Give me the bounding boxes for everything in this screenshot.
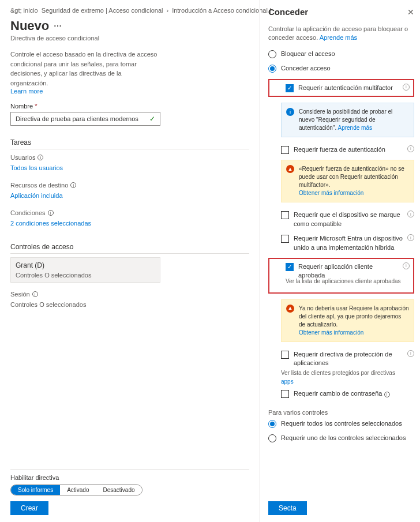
page-title-text: Nuevo: [10, 18, 49, 33]
check-auth-strength[interactable]: Requerir fuerza de autenticación i: [281, 145, 414, 154]
pill-on[interactable]: Activado: [60, 485, 96, 495]
callout-text: Ya no debería usar Requiere la aprobació…: [299, 305, 409, 328]
callout-link[interactable]: Obtener más información: [299, 190, 363, 196]
breadcrumb: &gt; inicio Seguridad de extremo | Acces…: [10, 7, 249, 14]
info-icon: i: [286, 108, 294, 116]
info-icon[interactable]: i: [403, 84, 410, 91]
checkbox-icon: [281, 211, 289, 219]
radio-require-all[interactable]: Requerir todos los controles seleccionad…: [268, 419, 414, 428]
breadcrumb-home[interactable]: &gt; inicio: [10, 7, 38, 14]
grant-block[interactable]: Grant (D) Controles O seleccionados: [10, 257, 160, 283]
conditions-label: Condiciones i: [10, 209, 249, 216]
radio-icon: [268, 65, 276, 73]
warning-icon: ▲: [286, 165, 294, 173]
grant-title: Grant (D): [16, 261, 155, 269]
info-icon[interactable]: i: [403, 262, 410, 269]
check-app-protection[interactable]: Requerir directiva de protección de apli…: [281, 350, 414, 368]
radio-label: Requerir uno de los controles selecciona…: [281, 434, 414, 442]
radio-grant-access[interactable]: Conceder acceso: [268, 64, 414, 73]
info-callout-auth-strength: i Considere la posibilidad de probar el …: [281, 103, 414, 137]
grant-subtitle: Controles O seleccionados: [16, 272, 155, 279]
check-icon: ✓: [149, 115, 155, 123]
bottom-bar: Habilitar directiva Solo informes Activa…: [10, 469, 249, 515]
checkbox-icon: [281, 390, 289, 398]
checkbox-icon: [281, 351, 289, 359]
radio-require-one[interactable]: Requerir uno de los controles selecciona…: [268, 434, 414, 442]
users-value[interactable]: Todos los usuarios: [10, 164, 249, 171]
session-value[interactable]: Controles O seleccionados: [10, 301, 249, 308]
check-label: Requerir que el dispositivo se marque co…: [294, 211, 403, 228]
name-input-value: Directiva de prueba para clientes modern…: [16, 115, 138, 122]
breadcrumb-security[interactable]: Seguridad de extremo | Acceso condiciona…: [42, 7, 163, 14]
checkbox-icon: [281, 235, 289, 243]
pill-report-only[interactable]: Solo informes: [11, 485, 60, 495]
multiple-controls-heading: Para varios controles: [268, 409, 414, 416]
info-icon[interactable]: i: [48, 210, 54, 216]
protection-link-text: Ver lista de clientes protegidos por dir…: [281, 370, 414, 376]
check-label: Requerir fuerza de autenticación: [294, 145, 403, 154]
check-label: Requerir Microsoft Entra un dispositivo …: [294, 234, 403, 252]
check-compliant-device[interactable]: Requerir que el dispositivo se marque co…: [281, 211, 414, 228]
highlight-mfa: Requerir autenticación multifactor i: [268, 79, 414, 97]
radio-label: Bloquear el acceso: [281, 50, 414, 58]
more-icon[interactable]: ⋯: [54, 21, 62, 31]
conditions-value[interactable]: 2 condiciones seleccionadas: [10, 220, 249, 227]
create-button[interactable]: Crear: [10, 501, 48, 515]
check-label: Requerir autenticación multifactor: [298, 84, 398, 92]
learn-more-link[interactable]: Learn more: [10, 88, 249, 95]
close-icon[interactable]: ✕: [407, 7, 414, 17]
radio-block-access[interactable]: Bloquear el acceso: [268, 50, 414, 58]
checkbox-icon: [286, 84, 294, 92]
check-password-change[interactable]: Requerir cambio de contraseña i: [281, 389, 414, 398]
enable-policy-label: Habilitar directiva: [10, 469, 249, 481]
page-title: Nuevo ⋯: [10, 18, 249, 33]
radio-icon: [268, 50, 276, 58]
protection-apps-link[interactable]: apps: [281, 378, 414, 385]
grant-panel: Conceder ✕ Controlar la aplicación de ac…: [260, 0, 420, 522]
info-icon[interactable]: i: [32, 291, 38, 297]
panel-description: Controlar la aplicación de acceso para b…: [268, 25, 414, 43]
page-subtitle: Directiva de acceso condicional: [10, 35, 249, 42]
warning-icon: ▲: [286, 305, 294, 313]
access-controls-heading: Controles de acceso: [10, 243, 249, 254]
check-label: Requerir directiva de protección de apli…: [294, 350, 403, 368]
tasks-heading: Tareas: [10, 138, 249, 149]
info-icon[interactable]: i: [384, 392, 390, 397]
target-label: Recursos de destino i: [10, 182, 249, 189]
page-description: Controle el acceso basado en la directiv…: [10, 50, 160, 88]
radio-label: Conceder acceso: [281, 64, 414, 73]
enable-policy-toggle[interactable]: Solo informes Activado Desactivado: [10, 485, 142, 495]
check-label: Requerir aplicación cliente aprobada: [298, 262, 398, 280]
users-label: Usuarios i: [10, 154, 249, 161]
check-label: Requerir cambio de contraseña i: [294, 389, 414, 398]
target-value[interactable]: Aplicación incluida: [10, 192, 249, 199]
warn-callout-auth-strength: ▲ «Requerir fuerza de autenticación» no …: [281, 160, 414, 202]
check-approved-client[interactable]: Requerir aplicación cliente aprobada i: [286, 262, 410, 280]
check-require-mfa[interactable]: Requerir autenticación multifactor i: [286, 84, 410, 92]
info-icon[interactable]: i: [407, 211, 414, 217]
callout-link[interactable]: Aprende más: [338, 125, 372, 131]
session-label: Sesión i: [10, 291, 249, 298]
info-icon[interactable]: i: [407, 234, 414, 241]
info-icon[interactable]: i: [407, 145, 414, 152]
radio-label: Requerir todos los controles seleccionad…: [281, 419, 414, 428]
callout-text: «Requerir fuerza de autenticación» no se…: [299, 166, 404, 188]
checkbox-icon: [286, 263, 294, 271]
check-hybrid-joined[interactable]: Requerir Microsoft Entra un dispositivo …: [281, 234, 414, 252]
pill-off[interactable]: Desactivado: [96, 485, 142, 495]
warn-callout-approved: ▲ Ya no debería usar Requiere la aprobac…: [281, 299, 414, 342]
name-input[interactable]: Directiva de prueba para clientes modern…: [10, 112, 160, 126]
info-icon[interactable]: i: [70, 182, 76, 188]
radio-icon: [268, 434, 276, 442]
breadcrumb-intro[interactable]: Introducción a Acceso condicional |: [172, 7, 271, 14]
checkbox-icon: [281, 146, 289, 154]
name-label: Nombre *: [10, 103, 249, 110]
info-icon[interactable]: i: [407, 350, 414, 357]
panel-title: Conceder: [268, 7, 308, 17]
info-icon[interactable]: i: [38, 155, 43, 160]
callout-link[interactable]: Obtener más información: [299, 329, 363, 336]
select-button[interactable]: Secta: [268, 501, 307, 515]
panel-learn-more[interactable]: Aprende más: [320, 34, 357, 41]
radio-icon: [268, 420, 276, 428]
highlight-approved-app: Requerir aplicación cliente aprobada i V…: [268, 258, 414, 294]
